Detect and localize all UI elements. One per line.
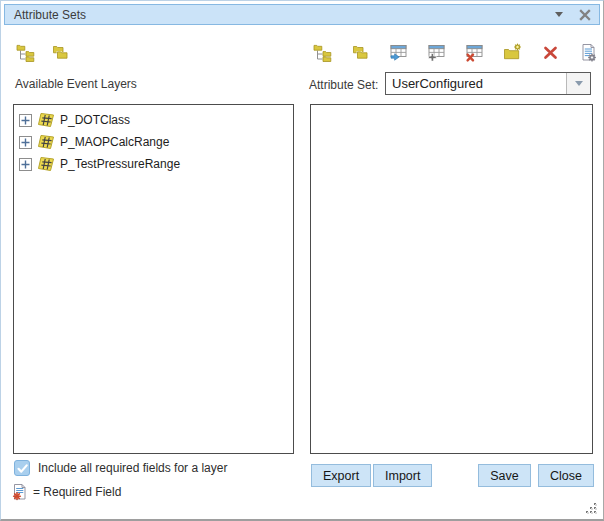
expand-plus-icon[interactable] <box>19 136 32 149</box>
delete-x-icon <box>540 42 561 63</box>
page-settings-icon <box>578 42 599 63</box>
table-remove-button[interactable] <box>463 41 485 63</box>
delete-button[interactable] <box>539 41 561 63</box>
open-folders-icon <box>50 42 71 63</box>
window-title: Attribute Sets <box>14 8 555 22</box>
table-export-button[interactable] <box>387 41 409 63</box>
attribute-set-combobox[interactable]: UserConfigured <box>385 72 591 95</box>
attribute-set-value[interactable]: UserConfigured <box>386 73 566 94</box>
include-required-fields-checkbox[interactable] <box>14 460 30 476</box>
required-field-page-icon <box>12 483 28 501</box>
checkmark-icon <box>16 462 29 475</box>
available-event-layers-label: Available Event Layers <box>15 77 137 91</box>
close-dialog-button[interactable]: Close <box>538 464 594 487</box>
plus-glyph <box>21 138 30 147</box>
open-folders-button[interactable] <box>49 41 71 63</box>
close-button[interactable] <box>579 9 591 21</box>
required-field-legend-text: = Required Field <box>33 485 121 499</box>
table-remove-icon <box>464 42 485 63</box>
expand-tree-icon <box>312 42 333 63</box>
attribute-set-contents-list[interactable] <box>310 104 593 454</box>
attribute-set-label: Attribute Set: <box>309 78 378 92</box>
save-button[interactable]: Save <box>478 464 531 487</box>
tree-item-label[interactable]: P_DOTClass <box>60 113 130 127</box>
import-button[interactable]: Import <box>373 464 432 487</box>
tree-item-label[interactable]: P_TestPressureRange <box>60 157 180 171</box>
collapse-caret-icon[interactable] <box>555 12 563 17</box>
tree-row-p-testpressurerange[interactable]: P_TestPressureRange <box>14 153 293 175</box>
page-settings-button[interactable] <box>577 41 599 63</box>
event-layer-icon <box>37 156 55 172</box>
table-add-button[interactable] <box>425 41 447 63</box>
titlebar: Attribute Sets <box>4 4 600 25</box>
available-event-layers-list[interactable]: P_DOTClass P_MAOPCalcRange <box>13 104 294 454</box>
open-folders-button-right[interactable] <box>349 41 371 63</box>
expand-tree-button-right[interactable] <box>311 41 333 63</box>
plus-glyph <box>21 160 30 169</box>
new-folder-gear-icon <box>502 42 523 63</box>
new-folder-button[interactable] <box>501 41 523 63</box>
tree-row-p-maopcalcrange[interactable]: P_MAOPCalcRange <box>14 131 293 153</box>
include-required-fields-label: Include all required fields for a layer <box>38 461 227 475</box>
left-toolbar <box>14 41 71 63</box>
required-field-legend: = Required Field <box>12 483 121 501</box>
tree-row-p-dotclass[interactable]: P_DOTClass <box>14 109 293 131</box>
attribute-set-dropdown-button[interactable] <box>566 73 590 94</box>
close-icon <box>579 9 591 21</box>
expand-plus-icon[interactable] <box>19 114 32 127</box>
table-export-icon <box>388 42 409 63</box>
chevron-down-icon <box>575 81 583 86</box>
tree-item-label[interactable]: P_MAOPCalcRange <box>60 135 169 149</box>
plus-glyph <box>21 116 30 125</box>
open-folders-icon <box>350 42 371 63</box>
include-required-fields-row: Include all required fields for a layer <box>14 460 227 476</box>
expand-tree-button[interactable] <box>14 41 36 63</box>
expand-plus-icon[interactable] <box>19 158 32 171</box>
attribute-sets-dialog: Attribute Sets <box>0 0 604 521</box>
right-toolbar <box>311 41 599 63</box>
event-layer-icon <box>37 112 55 128</box>
export-button[interactable]: Export <box>311 464 371 487</box>
event-layer-icon <box>37 134 55 150</box>
resize-grip[interactable] <box>586 503 598 515</box>
expand-tree-icon <box>15 42 36 63</box>
table-add-icon <box>426 42 447 63</box>
